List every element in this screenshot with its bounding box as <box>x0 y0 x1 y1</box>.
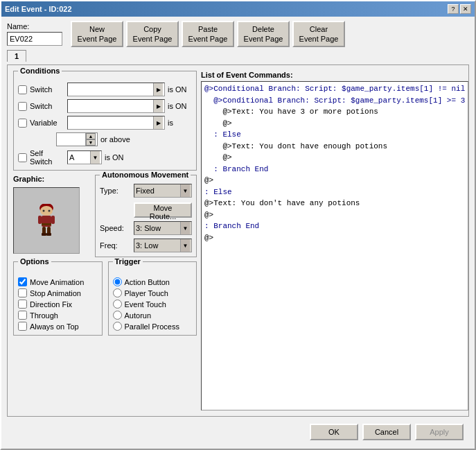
switch2-checkbox[interactable] <box>18 102 27 111</box>
switch2-label: Switch <box>30 102 64 110</box>
cmd-line[interactable]: @>Text: You have 3 or more potions <box>203 106 466 118</box>
name-label: Name: <box>7 22 62 31</box>
trigger-inner: Action Button Player Touch Event Touch <box>113 277 193 331</box>
svg-rect-5 <box>42 223 51 225</box>
always-on-top-checkbox[interactable] <box>18 322 27 331</box>
cmd-line[interactable]: @>Conditional Branch: Script: $game_part… <box>203 95 466 107</box>
freq-row: Freq: 3: Low ▼ <box>100 239 192 252</box>
graphic-autonomous-row: Graphic: <box>13 175 197 257</box>
cancel-button[interactable]: Cancel <box>362 424 411 440</box>
move-route-button[interactable]: Move Route... <box>134 202 192 218</box>
direction-fix-checkbox[interactable] <box>18 300 27 309</box>
through-checkbox[interactable] <box>18 311 27 320</box>
freq-combo[interactable]: 3: Low ▼ <box>134 239 192 252</box>
event-touch-label: Event Touch <box>125 300 166 309</box>
spin-down-button[interactable]: ▼ <box>86 139 96 146</box>
self-switch-label: SelfSwitch <box>30 149 64 166</box>
window-title: Edit Event - ID:022 <box>5 5 72 13</box>
switch2-is-on: is ON <box>168 102 192 110</box>
self-switch-combo[interactable]: A ▼ <box>67 150 102 164</box>
autonomous-inner: Type: Fixed ▼ Move Route... Speed: <box>100 184 192 252</box>
cmd-line[interactable]: @>Text: You don't have any potions <box>203 198 466 209</box>
svg-rect-7 <box>51 216 55 224</box>
direction-fix-label: Direction Fix <box>30 300 72 309</box>
trigger-action-button: Action Button <box>113 277 193 286</box>
title-bar: Edit Event - ID:022 ? ✕ <box>1 1 475 17</box>
delete-event-page-button[interactable]: DeleteEvent Page <box>237 21 290 47</box>
cmd-line[interactable]: @>Conditional Branch: Script: $game_part… <box>203 83 466 95</box>
ok-button[interactable]: OK <box>310 424 358 440</box>
option-through: Through <box>18 311 98 320</box>
stop-animation-checkbox[interactable] <box>18 288 27 297</box>
event-touch-radio[interactable] <box>113 300 122 309</box>
svg-rect-10 <box>42 233 46 236</box>
graphic-label: Graphic: <box>13 175 44 183</box>
cmd-line[interactable]: @> <box>203 118 466 130</box>
spin-up-button[interactable]: ▲ <box>86 133 96 139</box>
close-button[interactable]: ✕ <box>460 4 471 14</box>
condition-switch1-row: Switch ▶ is ON <box>18 83 192 96</box>
action-button-label: Action Button <box>125 278 170 286</box>
left-panel: Conditions Switch ▶ is ON <box>13 71 197 410</box>
right-panel: List of Event Commands: @>Conditional Br… <box>201 71 468 410</box>
options-label: Options <box>18 257 51 266</box>
cmd-line[interactable]: @> <box>203 232 466 244</box>
type-combo-arrow: ▼ <box>180 184 190 197</box>
or-above-input[interactable]: ▲ ▼ <box>56 132 98 146</box>
paste-event-page-button[interactable]: PasteEvent Page <box>182 21 234 47</box>
cmd-line[interactable]: : Else <box>203 187 466 198</box>
svg-point-2 <box>43 210 45 212</box>
switch2-combo[interactable]: ▶ <box>67 99 165 113</box>
autonomous-movement-box: Autonomous Movement Type: Fixed ▼ Move R… <box>95 175 197 257</box>
self-switch-value: A <box>69 153 74 162</box>
variable-is: is <box>168 119 192 127</box>
apply-button[interactable]: Apply <box>415 424 464 440</box>
options-group: Options Move Animation Stop Animation <box>13 261 103 336</box>
commands-list[interactable]: @>Conditional Branch: Script: $game_part… <box>201 81 468 410</box>
cmd-line[interactable]: : Branch End <box>203 164 466 175</box>
type-row: Type: Fixed ▼ <box>100 184 192 198</box>
switch1-combo[interactable]: ▶ <box>67 83 165 96</box>
or-above-row: ▲ ▼ or above <box>18 132 192 146</box>
cmd-line[interactable]: @> <box>203 175 466 187</box>
parallel-process-radio[interactable] <box>113 322 122 331</box>
new-event-page-button[interactable]: NewEvent Page <box>71 21 123 47</box>
variable-combo[interactable]: ▶ <box>67 116 165 130</box>
graphic-box: Graphic: <box>13 175 89 257</box>
conditions-label: Conditions <box>18 67 62 75</box>
autorun-radio[interactable] <box>113 311 122 320</box>
variable-label: Variable <box>30 119 64 127</box>
freq-label: Freq: <box>100 241 131 250</box>
type-combo[interactable]: Fixed ▼ <box>134 184 192 198</box>
cmd-line[interactable]: @> <box>203 209 466 221</box>
move-animation-checkbox[interactable] <box>18 277 27 286</box>
svg-point-3 <box>49 210 51 212</box>
help-button[interactable]: ? <box>448 4 459 14</box>
copy-event-page-button[interactable]: CopyEvent Page <box>126 21 179 47</box>
speed-combo[interactable]: 3: Slow ▼ <box>134 221 192 235</box>
trigger-autorun: Autorun <box>113 311 193 320</box>
switch1-checkbox[interactable] <box>18 85 27 94</box>
variable-combo-arrow: ▶ <box>153 116 163 129</box>
action-button-radio[interactable] <box>113 277 122 286</box>
clear-event-page-button[interactable]: ClearEvent Page <box>292 21 345 47</box>
trigger-player-touch: Player Touch <box>113 288 193 297</box>
move-animation-label: Move Animation <box>30 278 84 286</box>
trigger-event-touch: Event Touch <box>113 300 193 309</box>
cmd-line[interactable]: : Branch End <box>203 220 466 232</box>
main-window: Edit Event - ID:022 ? ✕ Name: NewEvent P… <box>0 0 476 450</box>
cmd-line[interactable]: @>Text: You dont have enough potions <box>203 141 466 153</box>
self-switch-checkbox[interactable] <box>18 153 27 162</box>
cmd-line[interactable]: : Else <box>203 129 466 141</box>
player-touch-radio[interactable] <box>113 288 122 297</box>
graphic-preview[interactable] <box>13 187 80 254</box>
speed-value: 3: Slow <box>136 224 161 232</box>
name-section: Name: <box>7 22 62 46</box>
variable-checkbox[interactable] <box>18 119 27 128</box>
condition-switch2-row: Switch ▶ is ON <box>18 99 192 113</box>
switch1-combo-arrow: ▶ <box>153 83 163 96</box>
cmd-line[interactable]: @> <box>203 152 466 164</box>
option-stop-animation: Stop Animation <box>18 288 98 297</box>
name-input[interactable] <box>7 32 62 46</box>
tab-1[interactable]: 1 <box>7 50 26 62</box>
